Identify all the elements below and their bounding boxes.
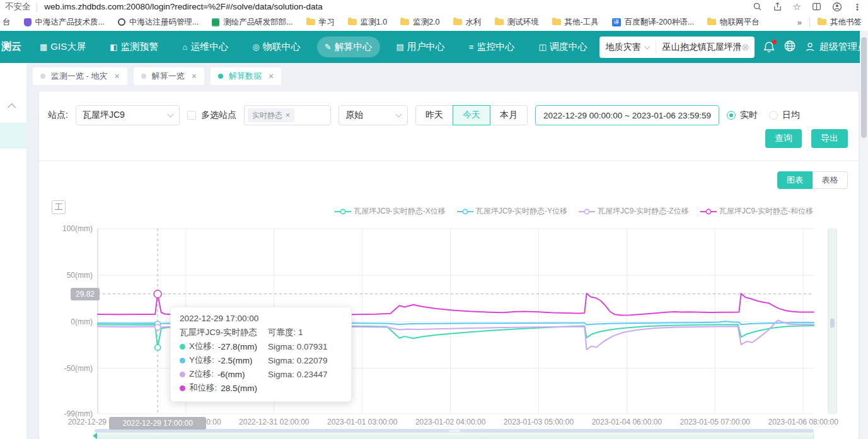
date-range-input[interactable]: 2022-12-29 00:00:00 ~ 2023-01-06 23:59:5… xyxy=(535,105,719,125)
favorite-star-icon[interactable]: ☆ xyxy=(793,2,801,11)
nav-item-用户中心[interactable]: ▤用户中心 xyxy=(389,37,453,57)
folder-icon xyxy=(552,19,561,25)
tab-解算一览[interactable]: 解算一览× xyxy=(134,67,204,85)
bookmark-item[interactable]: 监测2.0 xyxy=(400,17,439,28)
remove-tag-icon[interactable]: × xyxy=(286,111,290,120)
url-text[interactable]: web.ims.zhdbds.com:20080/login?redirect=… xyxy=(44,2,323,11)
user-menu[interactable]: 超级管理员 xyxy=(804,41,867,53)
datazoom-preview-area xyxy=(95,433,814,439)
page-scrollbar[interactable] xyxy=(860,31,868,439)
view-toggle-图表[interactable]: 图表 xyxy=(777,171,813,189)
nav-item-物联中心[interactable]: ◎物联中心 xyxy=(245,37,308,57)
global-search[interactable]: 地质灾害 巫山抱龙镇瓦屋坪滑坡 ⊗ xyxy=(599,37,755,58)
tooltip-sigma-row: Sigma: 0.07931 xyxy=(268,339,342,353)
search-category-select[interactable]: 地质灾害 xyxy=(599,42,656,53)
bookmark-item[interactable]: 学习 xyxy=(306,17,335,28)
tooltip-group-row: 瓦屋坪JC9-实时静态 xyxy=(180,326,268,339)
tooltip-time: 2022-12-29 17:00:00 xyxy=(180,314,342,323)
nav-item-GIS大屏[interactable]: ▦GIS大屏 xyxy=(32,37,93,57)
datazoom-left-handle[interactable] xyxy=(93,433,97,439)
clear-search-icon[interactable]: ⊗ xyxy=(741,42,755,52)
close-icon[interactable]: × xyxy=(192,71,197,81)
data-type-value: 原始 xyxy=(345,110,363,121)
multi-station-checkbox[interactable] xyxy=(187,111,196,120)
nav-item-调度中心[interactable]: ◫调度中心 xyxy=(531,37,594,57)
collapsed-sidebar[interactable] xyxy=(0,63,26,439)
app-logo[interactable]: 测云 xyxy=(0,40,28,54)
nav-item-监测预警[interactable]: ◧监测预警 xyxy=(102,37,166,57)
view-toggle-表格[interactable]: 表格 xyxy=(813,171,848,189)
close-icon[interactable]: × xyxy=(269,71,274,81)
station-select[interactable]: 瓦屋坪JC9 xyxy=(76,105,180,125)
nav-item-运维中心[interactable]: ⌂运维中心 xyxy=(175,37,236,57)
vertical-datazoom-handle[interactable] xyxy=(830,319,835,328)
bookmark-item[interactable]: 监测1.0 xyxy=(348,17,387,28)
bookmark-label: 百度翻译-200种语... xyxy=(625,17,694,28)
nav-item-label: 用户中心 xyxy=(407,41,445,53)
chevron-down-icon xyxy=(395,111,402,118)
range-button-本月[interactable]: 本月 xyxy=(490,105,528,125)
bookmark-item[interactable]: 其他-工具 xyxy=(552,17,599,28)
tooltip-values-column: 瓦屋坪JC9-实时静态X位移:-27.8(mm)Y位移:-2.5(mm)Z位移:… xyxy=(180,326,268,395)
security-label[interactable]: 不安全 xyxy=(5,1,31,13)
tab-监测一览 - 地灾[interactable]: 监测一览 - 地灾× xyxy=(33,67,127,85)
query-button[interactable]: 查询 xyxy=(765,129,802,148)
nav-item-监控中心[interactable]: ≡监控中心 xyxy=(461,37,523,57)
bookmarks-overflow-icon[interactable]: » xyxy=(797,18,802,27)
bookmark-item[interactable]: 测试环境 xyxy=(495,17,539,28)
bookmark-label: 中海达注册码管理... xyxy=(129,17,199,28)
more-menu-icon[interactable]: ⋮ xyxy=(853,3,862,11)
radio-实时[interactable]: 实时 xyxy=(727,110,758,121)
export-button[interactable]: 导出 xyxy=(811,129,848,148)
language-globe-icon[interactable] xyxy=(784,40,796,55)
search-icon[interactable] xyxy=(753,2,762,11)
profile-avatar-icon[interactable] xyxy=(832,2,842,12)
bookmark-item[interactable]: 中海达产品技术质... xyxy=(24,17,105,28)
tooltip-sigma-row: Sigma: 0.22079 xyxy=(268,353,342,367)
mode-multiselect[interactable]: 实时静态 × xyxy=(244,105,331,125)
x-axis-label: 2023-01-06 08:00:00 xyxy=(768,418,838,426)
range-button-昨天[interactable]: 昨天 xyxy=(415,105,453,125)
scrollbar-thumb[interactable] xyxy=(861,37,867,138)
data-type-select[interactable]: 原始 xyxy=(339,105,408,125)
tab-解算数据[interactable]: 解算数据× xyxy=(211,67,281,85)
folder-icon xyxy=(707,19,716,25)
station-label: 站点: xyxy=(48,110,68,121)
mode-tag: 实时静态 × xyxy=(248,108,294,122)
tab-label: 监测一览 - 地灾 xyxy=(51,71,108,82)
bookmark-item[interactable]: 中海达注册码管理... xyxy=(118,17,199,28)
datazoom-grip[interactable] xyxy=(449,430,460,432)
radio-日均[interactable]: 日均 xyxy=(769,110,800,121)
bookmark-item[interactable]: 物联网平台 xyxy=(707,17,760,28)
gis-screen-icon: ▦ xyxy=(40,43,47,51)
bookmark-item[interactable]: 水利 xyxy=(453,17,482,28)
other-bookmarks[interactable]: 其他书签 xyxy=(818,17,862,28)
bookmark-item[interactable]: 译百度翻译-200种语... xyxy=(612,17,694,28)
solution-chart-svg[interactable]: 100(mm)50(mm)0(mm)-50(mm)-99(mm)2022-12-… xyxy=(39,192,859,439)
search-input[interactable]: 巫山抱龙镇瓦屋坪滑坡 xyxy=(656,42,741,53)
split-screen-icon[interactable] xyxy=(812,2,821,11)
monitor-center-icon: ≡ xyxy=(469,43,474,51)
nav-item-解算中心[interactable]: ✎解算中心 xyxy=(317,37,380,57)
multi-station-option[interactable]: 多选站点 xyxy=(187,110,236,121)
horizontal-datazoom-slider[interactable] xyxy=(95,429,814,439)
sidebar-active-item[interactable] xyxy=(0,123,26,149)
radio-circle[interactable] xyxy=(769,111,778,120)
quick-range-group: 昨天今天本月 xyxy=(415,105,528,125)
close-icon[interactable]: × xyxy=(115,71,120,81)
bookmark-label: 学习 xyxy=(319,17,335,28)
range-button-今天[interactable]: 今天 xyxy=(453,105,490,125)
x-axis-label: 2023-01-01 03:00:00 xyxy=(327,418,398,426)
notification-bell-icon[interactable] xyxy=(763,41,775,54)
radio-circle[interactable] xyxy=(727,111,736,120)
translate-icon: 译 xyxy=(612,18,621,26)
share-icon[interactable] xyxy=(773,2,782,11)
tooltip-sigma-column: 可靠度: 1Sigma: 0.07931Sigma: 0.22079Sigma:… xyxy=(268,326,342,395)
bookmark-item[interactable]: 测绘产品研发部部... xyxy=(212,17,292,28)
filter-row: 站点: 瓦屋坪JC9 多选站点 实时静态 × 原始 昨天今天本月 2022-12… xyxy=(48,105,800,125)
series-dot-icon xyxy=(180,344,185,350)
browser-address-bar[interactable]: 不安全 | web.ims.zhdbds.com:20080/login?red… xyxy=(0,0,868,13)
collapse-chevron-icon[interactable] xyxy=(8,103,16,111)
bookmark-item[interactable]: 台 xyxy=(3,17,11,28)
vertical-datazoom-slider[interactable] xyxy=(828,229,837,414)
